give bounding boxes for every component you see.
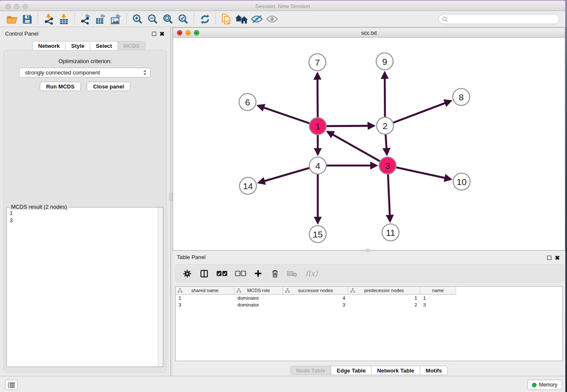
tab-mcds[interactable]: MCDS	[118, 41, 146, 50]
graph-node-label: 2	[383, 121, 388, 131]
splitter-handle[interactable]	[169, 193, 173, 201]
show-neighbors-button[interactable]	[264, 13, 280, 25]
unselect-all-button[interactable]	[234, 268, 247, 279]
column-header-successor-nodes[interactable]: successor nodes	[283, 287, 348, 294]
graph-edge-1-2[interactable]	[326, 126, 374, 126]
graph-node-label: 1	[315, 121, 320, 131]
tab-node-table[interactable]: Node Table	[290, 366, 331, 375]
save-icon	[22, 14, 32, 24]
graph-node-label: 11	[386, 228, 395, 237]
open-folder-icon	[6, 14, 18, 24]
column-header-shared-name[interactable]: shared name	[176, 287, 234, 294]
show-column-button[interactable]	[198, 268, 209, 279]
control-panel-title: Control Panel	[5, 30, 39, 37]
refresh-icon	[200, 14, 210, 25]
cell-name: 3	[420, 302, 456, 307]
toolbar-separator	[127, 13, 127, 25]
select-all-button[interactable]	[215, 268, 228, 279]
hide-neighbors-button[interactable]	[249, 13, 264, 25]
tab-edge-table[interactable]: Edge Table	[331, 366, 372, 375]
main-toolbar	[0, 11, 565, 27]
tab-style[interactable]: Style	[66, 41, 90, 50]
network-file-button[interactable]	[219, 13, 234, 25]
zoom-fit-icon	[162, 14, 173, 25]
tab-select[interactable]: Select	[90, 41, 118, 50]
tab-network[interactable]: Network	[32, 41, 66, 50]
memory-label: Memory	[539, 382, 557, 388]
refresh-view-button[interactable]	[197, 13, 212, 25]
toolbar-separator	[38, 13, 38, 25]
column-tree-icon	[350, 288, 355, 293]
column-header-predecessor-nodes[interactable]: predecessor nodes	[348, 287, 420, 294]
search-field[interactable]	[438, 14, 559, 24]
graph-node-label: 9	[382, 57, 387, 66]
search-input[interactable]	[450, 16, 556, 22]
network-window-title: scc.txt	[173, 30, 565, 36]
column-header-name[interactable]: name	[420, 287, 456, 294]
cell-name: 1	[420, 295, 456, 301]
dropdown-stepper-icon	[143, 69, 147, 76]
graph-edge-2-8[interactable]	[393, 101, 451, 123]
result-scrollbar[interactable]	[158, 207, 163, 367]
zoom-selected-button[interactable]	[176, 13, 191, 25]
table-header-row: shared name MCDS role successor nodes pr…	[176, 287, 457, 295]
home-button[interactable]	[234, 13, 249, 25]
table-toolbar: f(x)	[175, 264, 564, 283]
graph-edge-4-14[interactable]	[259, 168, 310, 182]
graph-node-label: 7	[315, 58, 320, 67]
table-options-button[interactable]	[182, 268, 193, 279]
task-history-button[interactable]	[5, 380, 18, 390]
float-panel-icon[interactable]	[152, 32, 156, 36]
export-network-button[interactable]	[78, 13, 93, 25]
column-tree-icon	[285, 288, 290, 293]
float-table-panel-icon[interactable]	[547, 256, 551, 260]
graph-edge-2-3[interactable]	[385, 134, 387, 154]
function-builder-button[interactable]: f(x)	[303, 268, 319, 279]
zoom-fit-button[interactable]	[160, 13, 176, 25]
export-image-button[interactable]	[108, 13, 124, 25]
export-table-icon	[95, 14, 107, 25]
tab-motifs[interactable]: Motifs	[420, 366, 448, 375]
run-mcds-button[interactable]: Run MCDS	[40, 82, 81, 91]
open-session-button[interactable]	[4, 13, 19, 25]
table-row[interactable]: 1 dominator 4 1 1	[176, 295, 562, 301]
export-table-button[interactable]	[93, 13, 108, 25]
save-session-button[interactable]	[19, 13, 35, 25]
search-icon	[442, 17, 448, 22]
table-row[interactable]: 3 dominator 3 2 3	[176, 301, 562, 308]
graph-edge-3-11[interactable]	[388, 174, 390, 221]
graph-node-label: 3	[385, 161, 390, 171]
close-panel-icon[interactable]: ✖	[160, 31, 165, 37]
delete-column-button[interactable]	[286, 268, 297, 279]
gear-icon	[183, 270, 191, 278]
node-table: shared name MCDS role successor nodes pr…	[175, 286, 563, 361]
import-table-button[interactable]	[56, 13, 72, 25]
graph-edge-1-6[interactable]	[259, 106, 310, 124]
tab-network-table[interactable]: Network Table	[372, 366, 420, 375]
zoom-out-button[interactable]	[145, 13, 160, 25]
memory-button[interactable]: Memory	[527, 380, 562, 390]
import-network-button[interactable]	[41, 13, 56, 25]
export-network-icon	[80, 14, 91, 25]
close-table-panel-icon[interactable]: ✖	[555, 255, 560, 261]
add-row-button[interactable]	[253, 268, 264, 279]
graph-edge-3-1[interactable]	[328, 132, 381, 161]
close-panel-button[interactable]: Close panel	[87, 82, 130, 91]
zoom-in-button[interactable]	[130, 13, 145, 25]
screen: Session: New Session	[0, 0, 567, 392]
graph-edge-2-9[interactable]	[385, 73, 385, 118]
plus-icon	[254, 270, 262, 277]
criterion-dropdown[interactable]: strongly connected component	[19, 68, 151, 77]
graph-edge-1-7[interactable]	[317, 74, 318, 118]
table-panel-title: Table Panel	[177, 254, 206, 260]
criterion-value: strongly connected component	[25, 69, 143, 76]
graph-node-label: 6	[245, 97, 250, 107]
column-header-mcds-role[interactable]: MCDS role	[234, 287, 283, 294]
network-canvas[interactable]: 1234678910111415	[173, 38, 565, 250]
fx-icon: f(x)	[305, 269, 317, 278]
network-resize-handle[interactable]	[366, 249, 370, 252]
delete-row-button[interactable]	[270, 268, 281, 279]
graph-edge-3-10[interactable]	[396, 167, 451, 179]
graph-node-label: 15	[313, 229, 322, 239]
zoom-in-icon	[132, 14, 143, 25]
